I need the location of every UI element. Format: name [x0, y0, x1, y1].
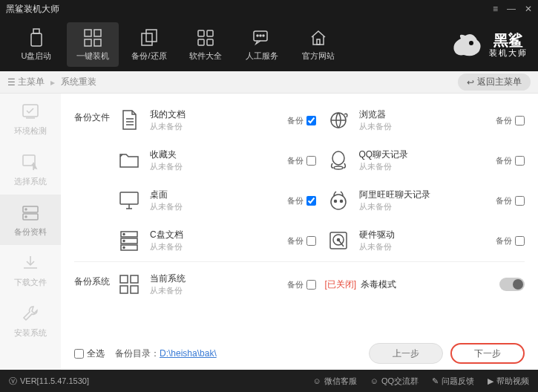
crumb-current: 系统重装: [61, 76, 96, 88]
nav-oneclick[interactable]: 一键装机: [67, 22, 119, 67]
svg-point-25: [332, 151, 344, 165]
svg-point-35: [123, 241, 125, 242]
close-icon[interactable]: ✕: [525, 4, 532, 14]
usb-icon: [27, 28, 46, 48]
nav-software[interactable]: 软件大全: [180, 22, 232, 67]
statusbar: ⓥVER[11.5.47.1530] ☺ 微信客服 ☺ QQ交流群 ✎ 问题反馈…: [0, 370, 538, 392]
item-current-system: 当前系统从未备份 备份: [116, 267, 316, 302]
backup-checkbox[interactable]: 备份: [287, 155, 316, 166]
next-button[interactable]: 下一步: [450, 343, 525, 364]
copy-icon: [140, 28, 159, 48]
windows-icon: [83, 28, 102, 48]
svg-point-29: [334, 200, 336, 203]
backup-checkbox[interactable]: 备份: [496, 155, 525, 166]
server-icon: [116, 227, 142, 254]
nav-website[interactable]: 官方网站: [292, 22, 344, 67]
link-wechat[interactable]: ☺ 微信客服: [312, 376, 356, 387]
back-arrow-icon: ↩: [467, 77, 474, 88]
backup-checkbox[interactable]: 备份: [287, 279, 316, 290]
hdd-icon: [325, 227, 352, 254]
svg-rect-41: [131, 275, 138, 283]
backup-data-icon: [20, 203, 41, 223]
top-nav: U盘启动 一键装机 备份/还原 软件大全 人工服务 官方网站 黑鲨 装机大师: [0, 18, 538, 71]
item-aliww: 阿里旺旺聊天记录从未备份 备份: [325, 183, 525, 218]
backup-checkbox[interactable]: 备份: [287, 115, 316, 126]
breadcrumb: ☰ 主菜单 ▸ 系统重装 ↩ 返回主菜单: [0, 71, 538, 94]
item-my-documents: 我的文档从未备份 备份: [116, 102, 316, 138]
minimize-icon[interactable]: ―: [507, 4, 516, 14]
prev-button[interactable]: 上一步: [369, 343, 443, 364]
svg-rect-3: [94, 30, 101, 36]
svg-rect-16: [317, 39, 320, 45]
download-icon: [20, 253, 41, 274]
svg-point-30: [340, 200, 342, 203]
menu-icon[interactable]: ≡: [493, 4, 498, 14]
backup-dir-link[interactable]: D:\heisha\bak\: [160, 348, 217, 359]
svg-point-22: [25, 209, 27, 210]
select-all[interactable]: 全选: [74, 347, 105, 360]
env-check-icon: [20, 102, 41, 122]
svg-rect-2: [85, 30, 91, 36]
svg-rect-7: [146, 30, 157, 42]
svg-point-15: [263, 35, 264, 36]
wrench-icon: [20, 304, 41, 324]
shark-icon: [450, 30, 483, 59]
document-icon: [116, 107, 142, 134]
svg-point-17: [469, 41, 473, 45]
svg-rect-11: [207, 39, 213, 45]
nav-usb[interactable]: U盘启动: [10, 22, 62, 67]
virus-switch[interactable]: [499, 278, 525, 291]
ie-icon: [325, 107, 352, 134]
svg-point-13: [257, 35, 258, 36]
side-select-os[interactable]: 选择系统: [0, 144, 61, 195]
svg-rect-6: [142, 33, 152, 45]
backup-checkbox[interactable]: 备份: [287, 235, 316, 246]
back-main-button[interactable]: ↩ 返回主菜单: [458, 74, 531, 91]
item-cdrive: C盘文档从未备份 备份: [116, 223, 316, 258]
backup-checkbox[interactable]: 备份: [496, 115, 525, 126]
svg-point-23: [25, 216, 27, 218]
virus-mode: [已关闭] 杀毒模式: [325, 267, 525, 302]
cursor-icon: [20, 152, 41, 173]
svg-rect-42: [120, 286, 128, 293]
side-install[interactable]: 安装系统: [0, 295, 61, 346]
svg-point-34: [123, 234, 125, 235]
main-panel: 备份文件 我的文档从未备份 备份 浏览器从未备份 备份 收藏夹从未备份 备: [61, 94, 538, 370]
list-icon: ☰: [7, 77, 16, 88]
side-backup[interactable]: 备份资料: [0, 195, 61, 245]
link-feedback[interactable]: ✎ 问题反馈: [432, 376, 474, 387]
titlebar: 黑鲨装机大师 ≡ ― ✕: [0, 0, 538, 18]
svg-rect-1: [31, 33, 42, 46]
item-desktop: 桌面从未备份 备份: [116, 183, 316, 218]
svg-rect-4: [85, 39, 91, 46]
svg-rect-40: [120, 275, 128, 283]
svg-point-36: [123, 247, 125, 249]
chat-icon: [252, 28, 272, 48]
monitor-icon: [116, 187, 142, 214]
brand: 黑鲨 装机大师: [450, 30, 528, 59]
svg-point-14: [260, 35, 261, 36]
link-help[interactable]: ▶ 帮助视频: [488, 376, 529, 387]
folder-icon: [116, 147, 142, 174]
svg-rect-5: [94, 39, 101, 46]
windows-grid-icon: [116, 271, 142, 298]
window-title: 黑鲨装机大师: [6, 3, 493, 16]
crumb-root[interactable]: 主菜单: [18, 76, 45, 88]
side-env[interactable]: 环境检测: [0, 94, 61, 144]
apps-icon: [196, 28, 215, 48]
item-favorites: 收藏夹从未备份 备份: [116, 143, 316, 178]
svg-rect-10: [198, 39, 204, 45]
section-files-label: 备份文件: [74, 102, 116, 124]
item-browser: 浏览器从未备份 备份: [325, 102, 525, 138]
home-icon: [309, 28, 328, 48]
side-download[interactable]: 下载文件: [0, 245, 61, 295]
backup-checkbox[interactable]: 备份: [496, 235, 525, 246]
backup-dir: 备份目录：D:\heisha\bak\: [115, 347, 217, 360]
link-qq[interactable]: ☺ QQ交流群: [370, 376, 419, 387]
nav-service[interactable]: 人工服务: [236, 22, 288, 67]
backup-checkbox[interactable]: 备份: [287, 195, 316, 206]
backup-checkbox[interactable]: 备份: [496, 195, 525, 206]
svg-point-28: [331, 195, 346, 209]
svg-rect-9: [207, 30, 213, 36]
nav-backup[interactable]: 备份/还原: [123, 22, 175, 67]
